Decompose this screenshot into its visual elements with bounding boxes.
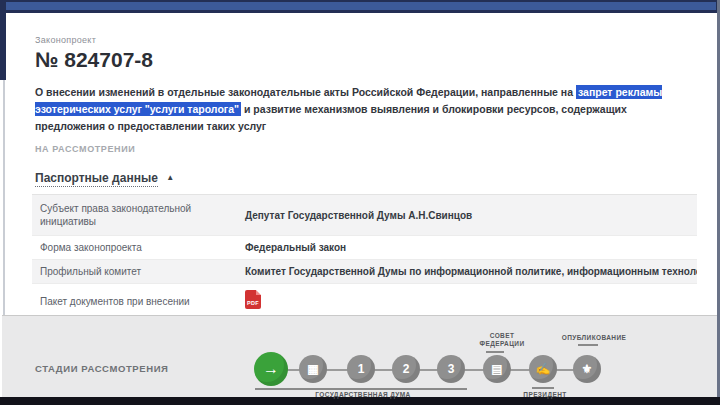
stage-third-reading[interactable]: 3 xyxy=(437,355,465,383)
group-label-council: СОВЕТ ФЕДЕРАЦИИ xyxy=(470,332,534,348)
council-bracket-line xyxy=(486,351,504,353)
row-value: Комитет Государственной Думы по информац… xyxy=(237,260,697,283)
passport-table: Субъект права законодательной инициативы… xyxy=(32,194,697,319)
state-emblem-icon: ⚜ xyxy=(582,363,593,375)
stage-submission[interactable]: → xyxy=(254,352,288,386)
table-row: Профильный комитет Комитет Государственн… xyxy=(32,260,697,284)
stage-federation-council[interactable]: ▤ xyxy=(483,355,511,383)
row-value: Депутат Государственной Думы А.Н.Свинцов xyxy=(237,202,697,229)
status-badge: НА РАССМОТРЕНИИ xyxy=(35,144,677,154)
stage-president[interactable]: ✍ xyxy=(529,355,557,383)
stage-first-reading[interactable]: 1 xyxy=(347,355,375,383)
row-value: Федеральный закон xyxy=(237,236,697,259)
bill-description: О внесении изменений в отдельные законод… xyxy=(35,84,697,135)
row-value: PDF xyxy=(237,284,697,318)
pdf-icon[interactable]: PDF xyxy=(245,290,261,309)
stage-second-reading[interactable]: 2 xyxy=(392,355,420,383)
row-label: Пакет документов при внесении xyxy=(32,289,237,314)
duma-bracket-line xyxy=(255,388,467,390)
site-header-bar xyxy=(4,2,716,10)
row-label: Профильный комитет xyxy=(32,260,237,283)
signing-hand-icon: ✍ xyxy=(536,363,551,375)
table-row: Субъект права законодательной инициативы… xyxy=(32,195,697,236)
bill-type-label: Законопроект xyxy=(35,35,677,45)
stage-publication[interactable]: ⚜ xyxy=(573,355,601,383)
row-label: Субъект права законодательной инициативы xyxy=(32,195,237,235)
group-label-publication: ОПУБЛИКОВАНИЕ xyxy=(554,334,634,342)
group-label-president: ПРЕЗИДЕНТ xyxy=(515,391,575,399)
arrow-right-icon: → xyxy=(263,361,279,377)
president-bracket-line xyxy=(532,387,554,389)
stage-preliminary-review[interactable]: ▦ xyxy=(299,355,327,383)
page-fold xyxy=(256,290,261,295)
bill-number: № 824707-8 xyxy=(35,48,677,72)
table-row: Форма законопроекта Федеральный закон xyxy=(32,236,697,260)
stages-section: СТАДИИ РАССМОТРЕНИЯ → ▦ 1 2 3 ▤ ✍ ⚜ ГОСУ… xyxy=(2,315,717,397)
passport-data-label: Паспортные данные xyxy=(35,171,158,187)
passport-data-toggle[interactable]: Паспортные данные ▲ xyxy=(35,171,174,185)
stages-title: СТАДИИ РАССМОТРЕНИЯ xyxy=(35,363,169,374)
bill-page: Законопроект № 824707-8 О внесении измен… xyxy=(0,0,720,405)
bill-summary-card: Законопроект № 824707-8 О внесении измен… xyxy=(6,13,703,315)
group-label-duma: ГОСУДАРСТВЕННАЯ ДУМА xyxy=(258,391,468,399)
publication-bracket-line xyxy=(578,344,598,346)
chevron-up-icon: ▲ xyxy=(166,173,174,182)
description-text: О внесении изменений в отдельные законод… xyxy=(35,86,576,98)
row-label: Форма законопроекта xyxy=(32,236,237,259)
table-row: Пакет документов при внесении PDF xyxy=(32,284,697,319)
box-icon: ▦ xyxy=(307,363,318,375)
banner-icon: ▤ xyxy=(491,363,502,375)
